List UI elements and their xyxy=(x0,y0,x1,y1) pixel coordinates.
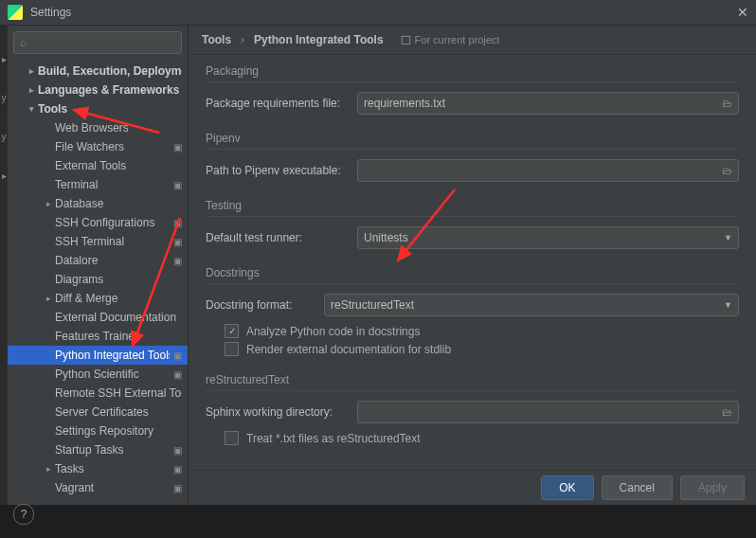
tree-item-label: Python Scientific xyxy=(55,368,170,381)
section-title: Packaging xyxy=(206,64,739,82)
project-icon xyxy=(401,35,411,45)
tree-item-label: External Tools xyxy=(55,159,182,172)
render-external-row[interactable]: Render external documentation for stdlib xyxy=(206,342,739,356)
tree-item[interactable]: ▸Languages & Frameworks xyxy=(8,81,188,99)
tree-item-label: Terminal xyxy=(55,178,170,191)
tree-item[interactable]: Remote SSH External Tools xyxy=(8,384,188,403)
titlebar: Settings ✕ xyxy=(0,0,756,26)
docstring-format-select[interactable]: reStructuredText ▼ xyxy=(324,294,739,316)
section-title: Testing xyxy=(206,199,739,217)
analyze-docstrings-row[interactable]: ✓ Analyze Python code in docstrings xyxy=(206,324,739,338)
tree-item[interactable]: Settings Repository xyxy=(8,421,188,440)
tree-item[interactable]: Server Certificates xyxy=(8,403,188,421)
tree-item[interactable]: Startup Tasks▣ xyxy=(8,440,188,459)
section-testing: Testing Default test runner: Unittests ▼ xyxy=(206,199,739,249)
chevron-down-icon: ▼ xyxy=(724,300,732,310)
override-icon: ▣ xyxy=(173,237,182,247)
override-icon: ▣ xyxy=(173,218,182,228)
tree-item[interactable]: Terminal▣ xyxy=(8,175,188,194)
sphinx-dir-label: Sphinx working directory: xyxy=(206,405,348,419)
chevron-right-icon: ▸ xyxy=(42,464,55,474)
settings-main: Tools › Python Integrated Tools For curr… xyxy=(189,26,756,505)
window-title: Settings xyxy=(30,6,71,19)
tree-item[interactable]: Diagrams xyxy=(8,270,188,289)
override-icon: ▣ xyxy=(173,483,182,493)
tree-item-label: Startup Tasks xyxy=(55,443,170,457)
tree-item[interactable]: Python Integrated Tools▣ xyxy=(8,346,188,365)
tree-item-label: Diagrams xyxy=(55,273,182,286)
section-pipenv: Pipenv Path to Pipenv executable: 🗁 xyxy=(206,132,739,182)
chevron-right-icon: ▸ xyxy=(42,294,55,303)
override-icon: ▣ xyxy=(173,180,182,190)
tree-item[interactable]: SSH Terminal▣ xyxy=(8,232,188,251)
chevron-right-icon: ▸ xyxy=(42,199,55,208)
browse-folder-icon[interactable]: 🗁 xyxy=(722,98,732,109)
browse-folder-icon[interactable]: 🗁 xyxy=(722,406,732,418)
section-rst: reStructuredText Sphinx working director… xyxy=(206,373,739,445)
tree-item[interactable]: Vagrant▣ xyxy=(8,478,188,497)
sphinx-dir-input[interactable]: 🗁 xyxy=(357,401,739,423)
tree-item-label: SSH Configurations xyxy=(55,216,170,229)
tree-item[interactable]: ▸Diff & Merge xyxy=(8,289,188,308)
tree-item[interactable]: File Watchers▣ xyxy=(8,137,188,156)
chevron-right-icon: ▸ xyxy=(25,66,38,76)
override-icon: ▣ xyxy=(173,464,182,475)
tree-item-label: Languages & Frameworks xyxy=(38,83,182,97)
req-file-input[interactable]: requirements.txt 🗁 xyxy=(357,92,739,115)
breadcrumb-separator: › xyxy=(241,33,244,46)
checkbox-unchecked[interactable] xyxy=(225,342,239,356)
tree-item-label: Features Trainer xyxy=(55,330,182,343)
tree-item-label: Remote SSH External Tools xyxy=(55,386,182,400)
tree-item-label: Vagrant xyxy=(55,481,170,494)
tree-item-label: Python Integrated Tools xyxy=(55,349,170,362)
tree-item[interactable]: ▸Tasks▣ xyxy=(8,459,188,478)
test-runner-label: Default test runner: xyxy=(206,231,348,244)
ok-button[interactable]: OK xyxy=(541,475,593,500)
treat-txt-row[interactable]: Treat *.txt files as reStructuredText xyxy=(206,431,739,445)
checkbox-checked[interactable]: ✓ xyxy=(225,324,239,338)
chevron-right-icon: ▸ xyxy=(25,85,38,95)
override-icon: ▣ xyxy=(173,445,182,456)
override-icon: ▣ xyxy=(173,256,182,266)
tree-item[interactable]: Python Scientific▣ xyxy=(8,365,188,384)
render-ext-label: Render external documentation for stdlib xyxy=(246,343,451,356)
override-icon: ▣ xyxy=(173,350,182,361)
section-packaging: Packaging Package requirements file: req… xyxy=(206,64,739,115)
breadcrumb-tools[interactable]: Tools xyxy=(202,33,231,46)
tree-item[interactable]: Web Browsers xyxy=(8,118,188,137)
tree-item[interactable]: Datalore▣ xyxy=(8,251,188,270)
tree-item-label: Tools xyxy=(38,102,182,116)
scope-indicator: For current project xyxy=(401,34,500,45)
tree-item[interactable]: Features Trainer xyxy=(8,327,188,346)
close-icon[interactable]: ✕ xyxy=(737,5,748,20)
tree-item-label: Settings Repository xyxy=(55,424,182,438)
tree-item[interactable]: ▸Build, Execution, Deployment xyxy=(8,62,188,81)
section-title: reStructuredText xyxy=(206,373,739,391)
settings-tree[interactable]: ▸Build, Execution, Deployment▸Languages … xyxy=(8,60,188,505)
browse-folder-icon[interactable]: 🗁 xyxy=(722,165,732,176)
tree-item[interactable]: ▸Database xyxy=(8,194,188,213)
tree-item-label: File Watchers xyxy=(55,140,170,153)
settings-sidebar: ⌕ ▸Build, Execution, Deployment▸Language… xyxy=(8,26,189,505)
override-icon: ▣ xyxy=(173,142,182,152)
section-title: Pipenv xyxy=(206,132,739,150)
tree-item[interactable]: External Tools xyxy=(8,156,188,175)
breadcrumb-current: Python Integrated Tools xyxy=(254,33,383,46)
help-button[interactable]: ? xyxy=(13,504,34,525)
override-icon: ▣ xyxy=(173,369,182,380)
tree-item[interactable]: SSH Configurations▣ xyxy=(8,213,188,232)
checkbox-unchecked[interactable] xyxy=(225,431,239,445)
tree-item[interactable]: External Documentation xyxy=(8,308,188,327)
chevron-down-icon: ▾ xyxy=(25,104,38,114)
section-title: Docstrings xyxy=(206,266,739,284)
test-runner-select[interactable]: Unittests ▼ xyxy=(357,226,739,249)
tree-item-label: Tasks xyxy=(55,462,170,475)
dialog-footer: OK Cancel Apply xyxy=(189,470,756,505)
cancel-button[interactable]: Cancel xyxy=(602,475,673,500)
tree-item-label: External Documentation xyxy=(55,311,182,324)
pipenv-path-input[interactable]: 🗁 xyxy=(357,159,739,182)
treat-txt-label: Treat *.txt files as reStructuredText xyxy=(246,432,421,445)
tree-item[interactable]: ▾Tools xyxy=(8,99,188,118)
apply-button[interactable]: Apply xyxy=(680,475,745,500)
search-input[interactable]: ⌕ xyxy=(13,31,182,54)
